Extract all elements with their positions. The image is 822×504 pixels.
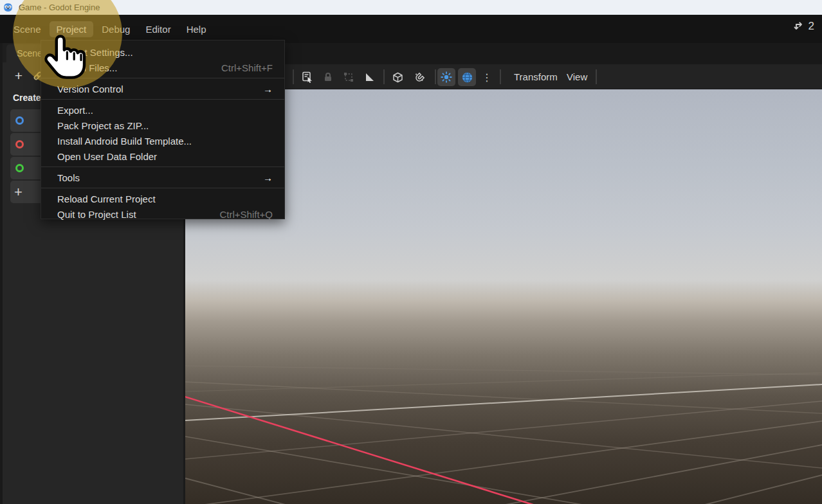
extra-options-kebab-button[interactable]: ⋮: [482, 69, 492, 85]
toolbar-separator: [500, 69, 501, 84]
menu-help[interactable]: Help: [179, 21, 214, 37]
menuitem-open-user-data-folder[interactable]: Open User Data Folder: [41, 148, 284, 164]
menuitem-project-settings[interactable]: Project Settings...: [41, 44, 284, 60]
2d-scene-circle-icon: [15, 116, 24, 125]
submenu-arrow-icon: →: [263, 172, 273, 183]
menuitem-tools[interactable]: Tools →: [41, 170, 284, 185]
group-button[interactable]: [341, 69, 356, 85]
user-interface-circle-icon: [15, 164, 24, 172]
view-menu[interactable]: View: [563, 64, 591, 89]
add-node-button[interactable]: +: [9, 67, 28, 85]
menu-separator: [41, 78, 284, 78]
menuitem-quit-to-project-list[interactable]: Quit to Project List Ctrl+Shift+Q: [41, 206, 284, 222]
window-titlebar: Game - Godot Engine: [0, 0, 822, 15]
fork-arrows-icon: [794, 21, 805, 32]
toolbar-separator: [435, 69, 436, 84]
globe-icon: [461, 71, 473, 84]
menuitem-export[interactable]: Export...: [41, 102, 284, 118]
toolbar-separator: [383, 69, 385, 84]
menu-scene[interactable]: Scene: [6, 21, 48, 37]
project-dropdown-menu: Project Settings... Find in Files... Ctr…: [41, 40, 285, 219]
shortcut-label: Ctrl+Shift+F: [221, 62, 273, 73]
menuitem-version-control[interactable]: Version Control →: [41, 81, 284, 96]
main-menubar: Scene Project Debug Editor Help 2: [0, 15, 822, 43]
toolbar-separator: [596, 69, 597, 84]
menu-separator: [41, 99, 284, 100]
cube-icon: [392, 72, 403, 83]
menuitem-pack-project-zip[interactable]: Pack Project as ZIP...: [41, 118, 284, 133]
magnet-icon: [414, 72, 425, 83]
menu-separator: [41, 166, 284, 167]
selection-list-icon: [302, 71, 313, 83]
snap-button[interactable]: [411, 69, 426, 85]
group-icon: [343, 72, 354, 82]
toolbar-separator: [293, 69, 294, 84]
preview-sunlight-toggle[interactable]: [437, 68, 455, 86]
lock-button[interactable]: [320, 69, 336, 85]
preview-environment-toggle[interactable]: [458, 68, 476, 86]
selection-list-button[interactable]: [300, 69, 315, 85]
menu-separator: [41, 188, 284, 188]
other-node-plus-icon: +: [14, 184, 23, 201]
godot-logo-icon: [3, 2, 14, 13]
menuitem-find-in-files[interactable]: Find in Files... Ctrl+Shift+F: [41, 60, 284, 75]
lock-icon: [323, 72, 333, 82]
shortcut-label: Ctrl+Shift+Q: [219, 209, 273, 220]
menu-editor[interactable]: Editor: [138, 21, 178, 37]
ruler-mode-button[interactable]: [361, 69, 377, 85]
submenu-arrow-icon: →: [263, 84, 273, 94]
3d-scene-circle-icon: [15, 140, 24, 148]
indicator-count: 2: [808, 20, 814, 33]
sun-icon: [441, 71, 452, 83]
ruler-icon: [364, 72, 374, 82]
local-space-button[interactable]: [390, 69, 405, 85]
menuitem-reload-current-project[interactable]: Reload Current Project: [41, 191, 284, 206]
menuitem-install-android-template[interactable]: Install Android Build Template...: [41, 133, 284, 148]
window-title: Game - Godot Engine: [19, 3, 100, 12]
menubar-indicator: 2: [794, 20, 814, 33]
transform-menu[interactable]: Transform: [510, 64, 562, 89]
x-axis-line: [185, 396, 545, 504]
menu-project[interactable]: Project: [50, 21, 94, 37]
menu-debug[interactable]: Debug: [95, 21, 137, 37]
